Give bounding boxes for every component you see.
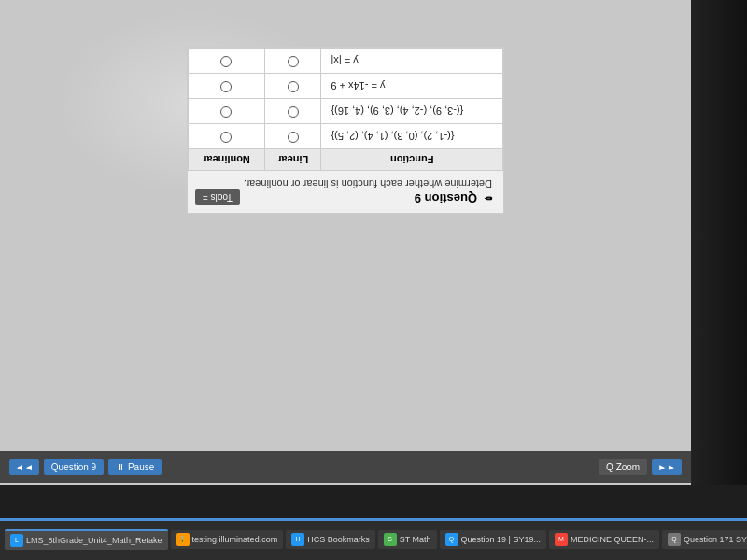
taskbar-item-testing[interactable]: 🔒 testing.illuminated.com	[171, 530, 284, 549]
function-label-1: {(-1, 2), (0, 3), (1, 4), (2, 5)}	[321, 124, 503, 149]
quiz-table: Function Linear Nonlinear {(-1, 2), (0, …	[188, 48, 503, 171]
radio-nonlinear-1[interactable]	[189, 124, 265, 149]
radio-circle[interactable]	[220, 106, 232, 118]
right-bezel	[691, 0, 747, 485]
radio-linear-3[interactable]	[264, 74, 321, 99]
radio-circle[interactable]	[288, 81, 299, 92]
taskbar-icon-stmath: S	[384, 533, 397, 546]
taskbar-icon-medicine: M	[555, 533, 568, 546]
radio-linear-2[interactable]	[264, 99, 321, 124]
quiz-header: ✏ Question 9 Determine whether each func…	[188, 171, 503, 213]
taskbar-item-hcs[interactable]: H HCS Bookmarks	[286, 530, 375, 549]
function-label-3: y = -14x + 9	[321, 74, 503, 99]
radio-circle[interactable]	[288, 106, 299, 118]
taskbar-icon-lms: L	[10, 534, 23, 547]
radio-circle[interactable]	[220, 132, 232, 143]
radio-nonlinear-2[interactable]	[189, 99, 265, 124]
taskbar-item-stmath[interactable]: S ST Math	[378, 530, 437, 549]
radio-nonlinear-4[interactable]	[189, 49, 265, 74]
nav-right: Q Zoom ►►	[599, 459, 682, 475]
taskbar-item-lms[interactable]: L LMS_8thGrade_Unit4_Math_Retake	[5, 529, 168, 550]
col-linear: Linear	[264, 149, 321, 171]
zoom-button[interactable]: Q Zoom	[599, 459, 647, 475]
pencil-icon: ✏	[485, 193, 492, 203]
pause-button[interactable]: ⏸ Pause	[108, 459, 162, 475]
radio-linear-4[interactable]	[264, 49, 321, 74]
tools-button[interactable]: Tools =	[195, 189, 240, 205]
radio-circle[interactable]	[288, 56, 299, 67]
taskbar-icon-hcs: H	[291, 533, 304, 546]
taskbar-icon-q171: Q	[668, 533, 681, 546]
taskbar-strip	[0, 518, 747, 521]
taskbar: L LMS_8thGrade_Unit4_Math_Retake 🔒 testi…	[0, 518, 747, 560]
taskbar-item-q19[interactable]: Q Question 19 | SY19...	[440, 530, 546, 549]
taskbar-icon-testing: 🔒	[176, 533, 190, 546]
bottom-area: L LMS_8thGrade_Unit4_Math_Retake 🔒 testi…	[0, 485, 747, 560]
quiz-subtitle: Determine whether each function is linea…	[199, 178, 492, 189]
question-label[interactable]: Question 9	[44, 459, 104, 475]
radio-nonlinear-3[interactable]	[189, 74, 265, 99]
table-row: y = -14x + 9	[189, 74, 503, 99]
col-function: Function	[321, 149, 503, 171]
quiz-title: ✏ Question 9	[199, 191, 492, 205]
radio-circle[interactable]	[220, 56, 232, 67]
col-nonlinear: Nonlinear	[189, 149, 265, 171]
taskbar-icon-q19: Q	[445, 533, 458, 546]
taskbar-item-medicine[interactable]: M MEDICINE QUEEN-...	[549, 530, 659, 549]
table-row: y = |x|	[189, 49, 503, 74]
nav-bar: ◄◄ Question 9 ⏸ Pause Q Zoom ►►	[0, 451, 691, 483]
quiz-title-text: Question 9	[415, 191, 477, 205]
radio-linear-1[interactable]	[264, 124, 321, 149]
radio-circle[interactable]	[220, 81, 232, 92]
function-label-2: {(-3, 9), (-2, 4), (3, 9), (4, 16)}	[321, 99, 503, 124]
nav-left: ◄◄ Question 9 ⏸ Pause	[9, 459, 162, 475]
next-button[interactable]: ►►	[652, 459, 682, 475]
screen: ✏ Question 9 Determine whether each func…	[0, 0, 747, 560]
function-label-4: y = |x|	[321, 49, 503, 74]
prev-button[interactable]: ◄◄	[9, 459, 39, 475]
radio-circle[interactable]	[288, 132, 299, 143]
table-row: {(-3, 9), (-2, 4), (3, 9), (4, 16)}	[189, 99, 503, 124]
taskbar-item-q171[interactable]: Q Question 171 SY19...	[662, 530, 747, 549]
quiz-container: ✏ Question 9 Determine whether each func…	[187, 47, 504, 214]
table-row: {(-1, 2), (0, 3), (1, 4), (2, 5)}	[189, 124, 503, 149]
